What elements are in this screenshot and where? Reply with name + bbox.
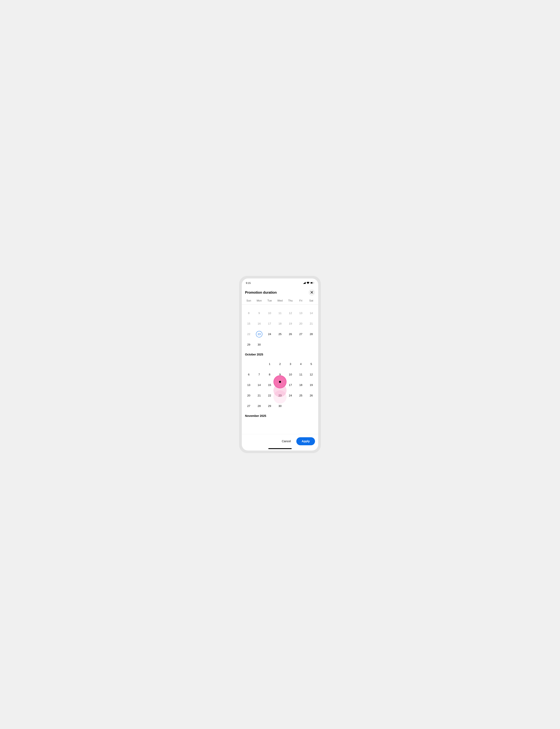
status-bar: 9:15 (242, 279, 318, 286)
dow-tue: Tue (264, 299, 275, 302)
day-cell[interactable]: 26 (285, 330, 296, 338)
page-title: Promotion duration (245, 291, 277, 295)
day-cell[interactable]: 23 (275, 391, 285, 399)
day-cell: 19 (285, 320, 296, 328)
day-cell: 16 (254, 320, 264, 328)
status-time: 9:15 (246, 282, 251, 285)
dow-thu: Thu (285, 299, 296, 302)
header: Promotion duration (242, 286, 318, 298)
day-cell[interactable]: 24 (264, 330, 275, 338)
apply-button[interactable]: Apply (296, 437, 315, 445)
dow-fri: Fri (296, 299, 306, 302)
day-cell[interactable]: 8 (264, 370, 275, 378)
day-cell[interactable]: 10 (285, 370, 296, 378)
day-cell[interactable]: 14 (254, 381, 264, 389)
month-label-oct: October 2025 (244, 349, 316, 358)
day-cell: 12 (285, 309, 296, 317)
day-cell[interactable]: 15 (264, 381, 275, 389)
dow-mon: Mon (254, 299, 264, 302)
today-indicator: 23 (256, 331, 262, 338)
day-cell[interactable]: 5 (306, 360, 316, 368)
day-cell[interactable]: 23 (254, 330, 264, 338)
day-cell: 20 (296, 320, 306, 328)
day-cell[interactable]: 20 (244, 391, 254, 399)
day-cell[interactable]: 28 (254, 402, 264, 410)
day-cell[interactable]: 30 (275, 402, 285, 410)
dow-wed: Wed (275, 299, 285, 302)
day-cell[interactable]: 27 (244, 402, 254, 410)
home-indicator[interactable] (268, 448, 292, 449)
day-cell[interactable]: 26 (306, 391, 316, 399)
day-cell[interactable]: 22 (264, 391, 275, 399)
day-cell: 13 (296, 309, 306, 317)
day-cell[interactable]: 3 (285, 360, 296, 368)
dow-sat: Sat (306, 299, 316, 302)
day-cell: 8 (244, 309, 254, 317)
day-placeholder (244, 360, 254, 368)
cancel-button[interactable]: Cancel (280, 438, 293, 444)
day-cell[interactable]: 1 (264, 360, 275, 368)
day-cell: 9 (254, 309, 264, 317)
footer: Cancel Apply (242, 434, 318, 448)
day-cell[interactable]: 13 (244, 381, 254, 389)
close-icon (310, 291, 313, 294)
day-cell[interactable]: 7 (254, 370, 264, 378)
month-label-nov: November 2025 (244, 410, 316, 419)
status-icons (303, 282, 314, 285)
cellular-icon (303, 282, 306, 285)
screen: 9:15 Promotion duration (242, 279, 318, 450)
day-placeholder (254, 360, 264, 368)
svg-rect-2 (314, 283, 314, 283)
day-cell[interactable]: 2 (275, 360, 285, 368)
calendar-scroll[interactable]: 8910111213141516171819202122232425262728… (242, 305, 318, 434)
day-cell[interactable]: 30 (254, 341, 264, 349)
day-cell[interactable]: 16 (275, 381, 285, 389)
day-cell[interactable]: 9 (275, 370, 285, 378)
month-grid-oct: 1234567891011121314151617181920212223242… (244, 358, 316, 410)
day-cell[interactable]: 12 (306, 370, 316, 378)
dow-header: Sun Mon Tue Wed Thu Fri Sat (242, 298, 318, 305)
day-cell[interactable]: 19 (306, 381, 316, 389)
wifi-icon (307, 282, 309, 285)
day-cell[interactable]: 27 (296, 330, 306, 338)
device-frame: 9:15 Promotion duration (239, 276, 321, 453)
day-cell: 18 (275, 320, 285, 328)
day-cell[interactable]: 29 (244, 341, 254, 349)
day-cell: 22 (244, 330, 254, 338)
day-cell[interactable]: 21 (254, 391, 264, 399)
day-cell[interactable]: 4 (296, 360, 306, 368)
day-cell[interactable]: 25 (296, 391, 306, 399)
day-cell[interactable]: 18 (296, 381, 306, 389)
day-cell[interactable]: 25 (275, 330, 285, 338)
day-cell: 21 (306, 320, 316, 328)
day-cell[interactable]: 24 (285, 391, 296, 399)
day-cell: 17 (264, 320, 275, 328)
day-cell[interactable]: 28 (306, 330, 316, 338)
day-cell: 11 (275, 309, 285, 317)
day-cell: 14 (306, 309, 316, 317)
close-button[interactable] (309, 289, 315, 296)
day-cell: 15 (244, 320, 254, 328)
day-cell[interactable]: 11 (296, 370, 306, 378)
partial-month-grid: 8910111213141516171819202122232425262728… (244, 305, 316, 349)
day-cell[interactable]: 6 (244, 370, 254, 378)
dow-sun: Sun (244, 299, 254, 302)
day-cell: 10 (264, 309, 275, 317)
day-cell[interactable]: 29 (264, 402, 275, 410)
battery-icon (310, 282, 314, 285)
day-cell[interactable]: 17 (285, 381, 296, 389)
svg-rect-1 (311, 282, 313, 284)
